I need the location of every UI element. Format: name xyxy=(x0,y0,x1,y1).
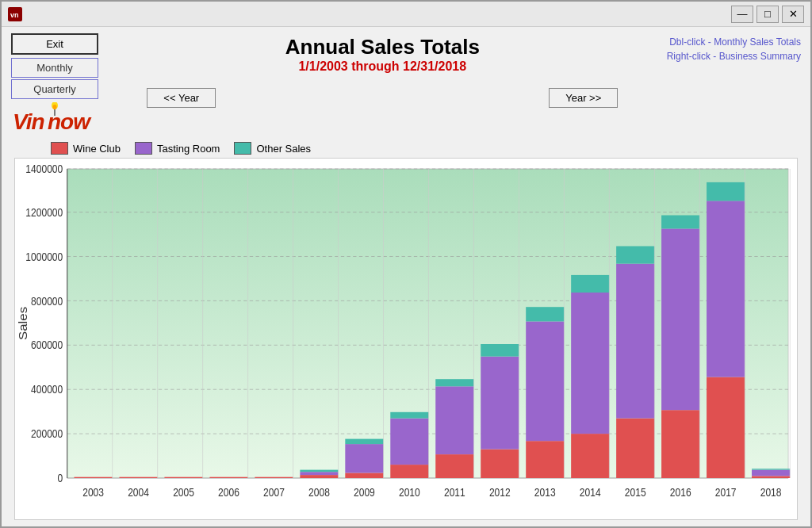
bar-2016-tasting xyxy=(661,228,699,410)
svg-text:vn: vn xyxy=(10,11,19,19)
bar-2010-other xyxy=(390,412,428,419)
svg-text:1200000: 1200000 xyxy=(25,206,63,219)
bar-2017-wine xyxy=(707,377,745,478)
svg-text:600000: 600000 xyxy=(31,339,63,352)
svg-text:2012: 2012 xyxy=(489,486,511,499)
bar-2013-wine xyxy=(526,441,564,478)
bar-chart: 1400000 1200000 1000000 800000 600000 40… xyxy=(15,159,797,519)
legend-other-sales: Other Sales xyxy=(234,142,311,155)
view-buttons: Monthly Quarterly xyxy=(11,58,98,99)
content-area: Exit Monthly Quarterly Vin now xyxy=(2,27,810,526)
bar-2008-wine xyxy=(300,475,338,478)
svg-text:Vin: Vin xyxy=(13,109,44,132)
legend-tasting-room: Tasting Room xyxy=(135,142,220,155)
maximize-button[interactable]: □ xyxy=(756,6,779,23)
bar-2015-wine xyxy=(616,419,654,478)
legend-wine-club: Wine Club xyxy=(51,142,121,155)
wine-club-color xyxy=(51,142,68,155)
svg-text:2005: 2005 xyxy=(173,486,194,499)
hints-panel: Dbl-click - Monthly Sales Totals Right-c… xyxy=(667,35,801,63)
bar-2017-tasting xyxy=(707,201,745,377)
bar-2013-other xyxy=(526,307,564,321)
close-button[interactable]: ✕ xyxy=(782,6,804,23)
prev-year-button[interactable]: << Year xyxy=(147,88,216,108)
bar-2008-other xyxy=(300,470,338,473)
svg-text:2003: 2003 xyxy=(82,486,104,499)
hint2: Right-click - Business Summary xyxy=(667,49,801,63)
logo: Vin now xyxy=(11,102,98,132)
quarterly-button[interactable]: Quarterly xyxy=(11,79,98,99)
left-panel: Exit Monthly Quarterly Vin now xyxy=(11,33,98,132)
main-title: Annual Sales Totals xyxy=(106,35,659,59)
title-bar: vn — □ ✕ xyxy=(2,2,810,27)
svg-text:2014: 2014 xyxy=(580,486,601,499)
bar-2008-tasting xyxy=(300,472,338,475)
bar-2018-tasting xyxy=(752,470,790,476)
chart-legend: Wine Club Tasting Room Other Sales xyxy=(51,142,801,155)
svg-text:0: 0 xyxy=(58,472,63,484)
bar-2004-wine xyxy=(119,477,157,478)
main-window: vn — □ ✕ Exit Monthly Quarterly xyxy=(0,0,812,528)
title-bar-left: vn xyxy=(8,7,22,21)
svg-text:2015: 2015 xyxy=(625,486,646,499)
svg-text:2017: 2017 xyxy=(715,486,737,499)
bar-2009-tasting xyxy=(345,444,383,473)
top-row: Exit Monthly Quarterly Vin now xyxy=(11,33,801,132)
bar-2015-tasting xyxy=(616,264,654,419)
other-sales-label: Other Sales xyxy=(256,143,311,155)
svg-text:2011: 2011 xyxy=(444,486,465,499)
svg-text:2004: 2004 xyxy=(128,486,149,499)
tasting-room-label: Tasting Room xyxy=(157,143,220,155)
bar-2016-wine xyxy=(661,410,699,478)
svg-text:2006: 2006 xyxy=(218,486,239,499)
bar-2009-other xyxy=(345,439,383,445)
bar-2010-wine xyxy=(390,465,428,478)
svg-text:2007: 2007 xyxy=(263,486,285,499)
vinnow-svg: Vin now xyxy=(11,102,98,132)
bar-2016-other xyxy=(661,216,699,229)
wine-club-label: Wine Club xyxy=(73,143,121,155)
bar-2011-tasting xyxy=(435,386,473,454)
other-sales-color xyxy=(234,142,251,155)
svg-text:2018: 2018 xyxy=(760,486,782,499)
bar-2018-wine xyxy=(752,476,790,478)
svg-text:800000: 800000 xyxy=(31,295,63,308)
svg-text:Sales: Sales xyxy=(17,307,29,340)
bar-2007-wine xyxy=(255,477,293,478)
bar-2003-wine xyxy=(74,477,112,478)
svg-text:1400000: 1400000 xyxy=(25,163,63,175)
monthly-button[interactable]: Monthly xyxy=(11,58,98,78)
bar-2012-other xyxy=(481,344,519,357)
bar-2006-wine xyxy=(209,477,247,478)
bar-2012-wine xyxy=(481,450,519,478)
bar-2017-other xyxy=(707,182,745,201)
tasting-room-color xyxy=(135,142,152,155)
chart-area[interactable]: 1400000 1200000 1000000 800000 600000 40… xyxy=(14,158,798,520)
app-icon: vn xyxy=(8,7,22,21)
bar-2009-wine xyxy=(345,473,383,479)
next-year-button[interactable]: Year >> xyxy=(549,88,618,108)
bar-2014-tasting xyxy=(571,293,609,434)
date-range: 1/1/2003 through 12/31/2018 xyxy=(106,59,659,74)
bar-2014-other xyxy=(571,275,609,293)
bar-2011-wine xyxy=(435,454,473,478)
svg-text:200000: 200000 xyxy=(31,427,63,440)
bar-2005-wine xyxy=(164,477,202,478)
svg-text:2013: 2013 xyxy=(534,486,556,499)
minimize-button[interactable]: — xyxy=(731,6,753,23)
bar-2018-other xyxy=(752,469,790,469)
bar-2013-tasting xyxy=(526,321,564,441)
bar-2010-tasting xyxy=(390,419,428,465)
exit-button[interactable]: Exit xyxy=(11,33,98,55)
year-nav: << Year Year >> xyxy=(106,88,659,108)
svg-text:2016: 2016 xyxy=(670,486,691,499)
bar-2012-tasting xyxy=(481,357,519,450)
svg-text:400000: 400000 xyxy=(31,383,63,396)
svg-text:1000000: 1000000 xyxy=(25,251,63,263)
bar-2011-other xyxy=(435,379,473,386)
bar-2015-other xyxy=(616,247,654,264)
title-bar-controls: — □ ✕ xyxy=(731,6,804,23)
svg-text:2010: 2010 xyxy=(399,486,420,499)
svg-text:2008: 2008 xyxy=(308,486,330,499)
hint1: Dbl-click - Monthly Sales Totals xyxy=(667,35,801,49)
